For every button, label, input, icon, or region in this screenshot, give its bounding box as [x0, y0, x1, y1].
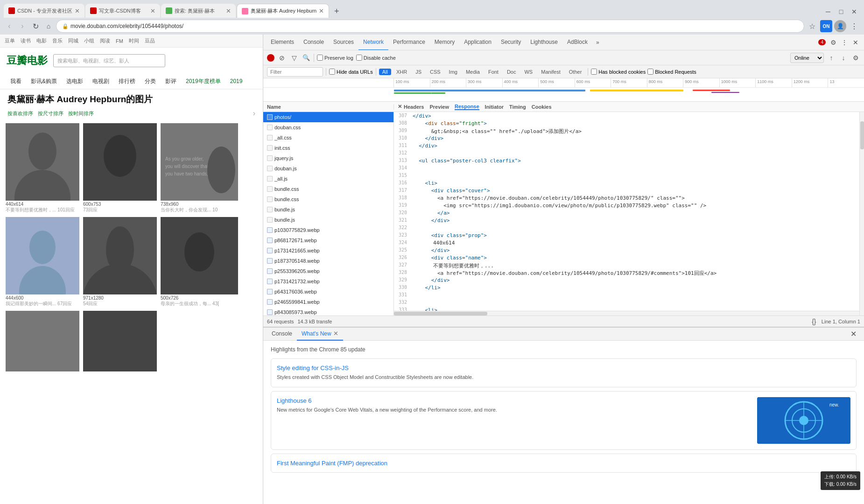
window-minimize[interactable]: ─: [822, 6, 834, 18]
file-item-douban-js[interactable]: douban.js: [263, 163, 393, 174]
tab-4-close[interactable]: ✕: [319, 7, 324, 14]
window-maximize[interactable]: □: [835, 6, 847, 18]
forward-button[interactable]: ›: [17, 21, 28, 32]
topnav-item-9[interactable]: 时间: [129, 37, 139, 44]
tab-3-close[interactable]: ✕: [226, 7, 231, 14]
filter-type-media[interactable]: Media: [463, 69, 483, 75]
network-settings[interactable]: ⚙: [851, 53, 860, 63]
mainnav-2019b[interactable]: 2019: [225, 74, 247, 89]
file-item-bundle-js2[interactable]: bundle.js: [263, 215, 393, 225]
filter-type-ws[interactable]: WS: [521, 69, 536, 75]
home-button[interactable]: ⌂: [43, 21, 54, 32]
topnav-item-3[interactable]: 电影: [36, 37, 47, 44]
douban-logo[interactable]: 豆瓣电影: [7, 54, 48, 68]
bookmark-icon[interactable]: ☆: [806, 20, 818, 32]
filter-icon-button[interactable]: ▽: [289, 53, 299, 63]
window-close[interactable]: ✕: [848, 6, 860, 18]
devtools-close[interactable]: ✕: [850, 37, 861, 48]
devtools-tab-memory[interactable]: Memory: [430, 35, 459, 50]
topnav-item-1[interactable]: 豆单: [5, 37, 15, 44]
file-item-bundle-css1[interactable]: bundle.css: [263, 184, 393, 194]
hide-data-urls[interactable]: Hide data URLs: [329, 69, 373, 75]
photo-item-4[interactable]: 444x600 我记得那美妙的一瞬间... 67回应: [6, 217, 79, 307]
mainnav-yingxun[interactable]: 影讯&购票: [26, 74, 62, 89]
mainnav-yingping[interactable]: 影评: [161, 74, 181, 89]
file-item-bundle-js1[interactable]: bundle.js: [263, 204, 393, 215]
devtools-tab-lighthouse[interactable]: Lighthouse: [526, 35, 562, 50]
file-item-jquery-js[interactable]: jquery.js: [263, 153, 393, 163]
file-item-bundle-css2[interactable]: bundle.css: [263, 194, 393, 204]
topnav-item-6[interactable]: 小组: [84, 37, 94, 44]
devtools-settings[interactable]: ⚙: [828, 37, 839, 48]
mainnav-xuandianying[interactable]: 选电影: [62, 74, 88, 89]
blocked-requests[interactable]: Blocked Requests: [647, 69, 696, 75]
file-item-webp5[interactable]: p2553396205.webp: [263, 266, 393, 276]
mainnav-2019[interactable]: 2019年度榜单: [181, 74, 225, 89]
filter-type-css[interactable]: CSS: [427, 69, 444, 75]
refresh-button[interactable]: ↻: [30, 21, 41, 32]
disable-cache-checkbox[interactable]: Disable cache: [356, 55, 396, 61]
whatsnew-close[interactable]: ✕: [333, 330, 338, 337]
file-item-all-css[interactable]: _all.css: [263, 133, 393, 143]
filter-type-all[interactable]: All: [379, 69, 391, 75]
devtools-tab-adblock[interactable]: AdBlock: [562, 35, 592, 50]
photo-item-5[interactable]: 971x1280 54回应: [83, 217, 157, 307]
topnav-item-10[interactable]: 豆品: [145, 37, 155, 44]
photo-item-6[interactable]: 500x726 母亲的一生很成功，每... 43[: [161, 217, 238, 307]
extension-on[interactable]: ON: [820, 20, 832, 32]
photo-item-1[interactable]: 440x614 不要等到想要优雅时，... 101回应: [6, 123, 79, 213]
filter-type-xhr[interactable]: XHR: [393, 69, 410, 75]
mainnav-dianshiju[interactable]: 电视剧: [88, 74, 114, 89]
stop-recording-button[interactable]: ⊘: [277, 53, 287, 63]
download-icon[interactable]: ↓: [839, 53, 848, 63]
file-item-all-js[interactable]: _all.js: [263, 174, 393, 184]
sort-by-likes[interactable]: 按喜欢排序: [7, 110, 33, 117]
filter-type-img[interactable]: Img: [446, 69, 461, 75]
tab-1-close[interactable]: ✕: [75, 7, 80, 14]
new-tab-button[interactable]: +: [330, 5, 343, 18]
devtools-tab-console[interactable]: Console: [299, 35, 329, 50]
whats-new-item-1-title[interactable]: Style editing for CSS-in-JS: [277, 364, 850, 371]
photo-item-2[interactable]: 600x753 73回应: [83, 123, 157, 213]
douban-search-bar[interactable]: 搜索电影、电视剧、综艺、影人: [53, 54, 165, 67]
sort-by-size[interactable]: 按尺寸排序: [38, 110, 63, 117]
filter-input[interactable]: [267, 67, 323, 77]
devtools-tab-sources[interactable]: Sources: [329, 35, 358, 50]
photo-item-7[interactable]: [6, 311, 79, 371]
filter-type-font[interactable]: Font: [485, 69, 502, 75]
filter-type-js[interactable]: JS: [412, 69, 425, 75]
tab-1[interactable]: CSDN - 专业开发者社区 ✕: [4, 4, 84, 18]
mainnav-fenlei[interactable]: 分类: [140, 74, 161, 89]
has-blocked-cookies[interactable]: Has blocked cookies: [591, 69, 646, 75]
search-icon-button[interactable]: 🔍: [302, 53, 311, 63]
file-item-webp3[interactable]: p1731421665.webp: [263, 245, 393, 256]
vertical-scrollbar[interactable]: [859, 112, 864, 315]
topnav-item-7[interactable]: 阅读: [100, 37, 110, 44]
mainnav-paihangnag[interactable]: 排行榜: [114, 74, 140, 89]
topnav-item-2[interactable]: 读书: [21, 37, 31, 44]
file-item-webp9[interactable]: p843085973.webp: [263, 307, 393, 315]
photo-item-3[interactable]: As you grow older, you will discover tha…: [161, 123, 238, 213]
online-select[interactable]: Online Offline Slow 3G Fast 3G: [790, 53, 824, 63]
file-item-webp7[interactable]: p643176036.webp: [263, 287, 393, 297]
expand-icon[interactable]: ›: [253, 109, 255, 118]
sort-by-time[interactable]: 按时间排序: [68, 110, 94, 117]
file-item-webp1[interactable]: p1030775829.webp: [263, 225, 393, 235]
mainnav-woka[interactable]: 我看: [6, 74, 26, 89]
record-button[interactable]: [267, 54, 274, 62]
file-item-webp6[interactable]: p1731421732.webp: [263, 276, 393, 287]
settings-icon[interactable]: ⋮: [848, 20, 860, 32]
bottom-tab-whatsnew[interactable]: What's New ✕: [297, 328, 343, 341]
whats-new-item-2-title[interactable]: Lighthouse 6: [277, 397, 752, 404]
filter-type-other[interactable]: Other: [566, 69, 585, 75]
filter-type-manifest[interactable]: Manifest: [538, 69, 564, 75]
upload-icon[interactable]: ↑: [827, 53, 836, 63]
bottom-panel-close[interactable]: ✕: [847, 329, 860, 338]
file-item-webp4[interactable]: p1873705148.webp: [263, 256, 393, 266]
close-name-col[interactable]: ✕: [398, 104, 402, 110]
topnav-item-8[interactable]: FM: [116, 38, 123, 44]
devtools-dock[interactable]: ⋮: [839, 37, 850, 48]
tab-4[interactable]: 奥黛丽·赫本 Audrey Hepburn ✕: [237, 4, 329, 18]
preserve-log-checkbox[interactable]: Preserve log: [317, 55, 353, 61]
horizontal-scrollbar[interactable]: [394, 311, 859, 315]
